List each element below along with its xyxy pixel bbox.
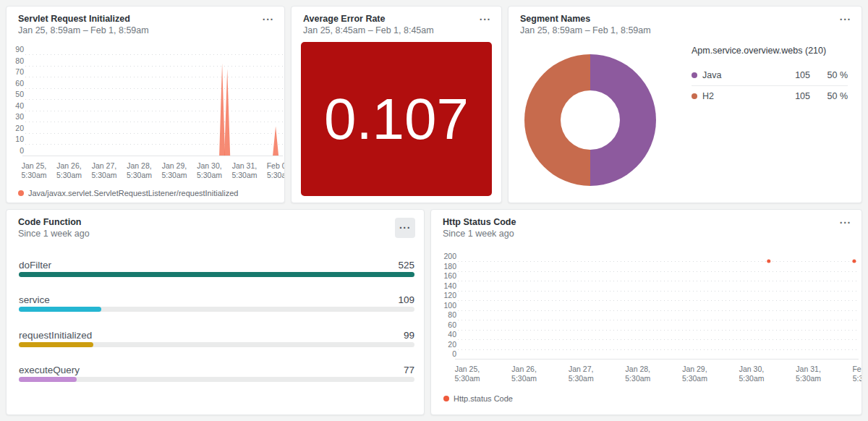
spike-data-point xyxy=(219,63,225,156)
panel-menu-icon[interactable]: ... xyxy=(480,11,491,22)
dashboard: Servlet Request Initialized Jan 25, 8:59… xyxy=(0,0,868,421)
y-axis-tick-label: 10 xyxy=(7,135,24,143)
y-axis-tick-label: 0 xyxy=(434,349,456,358)
bar-label: executeQuery xyxy=(19,364,80,377)
y-axis-tick-label: 140 xyxy=(434,281,456,290)
y-axis-tick-label: 180 xyxy=(434,262,456,271)
panel-segment-names: Segment Names Jan 25, 8:59am – Feb 1, 8:… xyxy=(508,6,862,203)
y-axis-tick-label: 20 xyxy=(7,124,24,132)
bar-fill xyxy=(19,342,93,347)
legend-dot-icon xyxy=(443,396,449,401)
y-axis-tick-label: 70 xyxy=(7,67,24,76)
panel-title: Http Status Code xyxy=(443,217,516,227)
panel-menu-button[interactable]: ... xyxy=(395,218,415,238)
panel-time-range: Jan 25, 8:59am – Feb 1, 8:59am xyxy=(18,25,149,35)
x-axis-tick-label: Jan 28,5:30am xyxy=(625,365,650,383)
scatter-chart[interactable] xyxy=(459,250,859,359)
panel-menu-icon: ... xyxy=(399,219,411,231)
legend-label: Http.status Code xyxy=(454,394,513,403)
scatter-data-point xyxy=(852,260,856,263)
panel-servlet-request-initialized: Servlet Request Initialized Jan 25, 8:59… xyxy=(6,6,285,203)
segment-row-h2[interactable]: H2 105 50 % xyxy=(692,85,848,106)
y-axis-tick-label: 120 xyxy=(434,291,456,299)
y-axis-tick-label: 0 xyxy=(7,146,24,155)
y-axis-tick-label: 80 xyxy=(7,56,24,65)
panel-time-range: Since 1 week ago xyxy=(18,229,90,239)
segment-name: H2 xyxy=(692,91,777,101)
x-axis-tick-label: Jan 29,5:30am xyxy=(161,161,187,180)
bar-row-service[interactable]: service 109 xyxy=(19,294,414,312)
panel-code-function: Code Function Since 1 week ago ... doFil… xyxy=(6,209,425,415)
bar-row-requestinitialized[interactable]: requestInitialized 99 xyxy=(19,329,414,347)
bar-track xyxy=(19,377,414,382)
bar-value: 525 xyxy=(398,259,414,272)
x-axis-line xyxy=(22,156,283,156)
segment-percent: 50 % xyxy=(810,91,848,101)
segment-table-header: Apm.service.overview.webs (210) xyxy=(692,46,848,56)
x-axis-tick-label: Jan 30,5:30am xyxy=(739,365,764,383)
area-chart[interactable] xyxy=(27,43,283,156)
panel-title: Servlet Request Initialized xyxy=(18,14,130,24)
error-rate-billboard[interactable]: 0.107 xyxy=(301,42,492,196)
bar-value: 109 xyxy=(398,294,414,307)
bar-track xyxy=(19,307,414,312)
y-axis-tick-label: 40 xyxy=(7,101,24,110)
panel-menu-icon[interactable]: ... xyxy=(840,11,851,22)
segment-dot-icon xyxy=(692,93,697,99)
x-axis-tick-label: Jan 29,5:30am xyxy=(682,365,707,383)
legend-dot-icon xyxy=(18,190,24,196)
bar-row-executequery[interactable]: executeQuery 77 xyxy=(19,364,414,382)
donut-hole xyxy=(561,90,620,150)
panel-title: Segment Names xyxy=(520,14,590,24)
series-legend[interactable]: Http.status Code xyxy=(443,394,513,403)
panel-http-status-code: Http Status Code Since 1 week ago ... Ht… xyxy=(430,209,862,415)
bar-label: requestInitialized xyxy=(19,329,92,342)
x-axis-tick-label: Jan 27,5:30am xyxy=(569,365,594,383)
bar-fill xyxy=(19,272,414,277)
panel-time-range: Jan 25, 8:45am – Feb 1, 8:45am xyxy=(303,25,434,35)
bar-value: 77 xyxy=(404,364,414,377)
y-axis-tick-label: 50 xyxy=(7,90,24,98)
y-axis-tick-label: 40 xyxy=(434,330,456,339)
y-axis-tick-label: 160 xyxy=(434,271,456,280)
x-axis-tick-label: Jan 26,5:30am xyxy=(56,161,82,180)
segment-dot-icon xyxy=(692,72,697,78)
panel-title: Average Error Rate xyxy=(303,14,385,24)
panel-menu-icon[interactable]: ... xyxy=(263,11,274,22)
x-axis-tick-label: Feb 01,5:30am xyxy=(852,365,862,383)
legend-label: Java/javax.servlet.ServletRequestListene… xyxy=(28,189,238,197)
y-axis-tick-label: 90 xyxy=(7,45,24,54)
segment-legend-table: Apm.service.overview.webs (210) Java 105… xyxy=(692,46,848,106)
segment-label: H2 xyxy=(702,91,714,101)
bar-track xyxy=(19,272,414,277)
x-axis-tick-label: Jan 27,5:30am xyxy=(91,161,116,180)
panel-time-range: Since 1 week ago xyxy=(443,229,514,239)
segment-row-java[interactable]: Java 105 50 % xyxy=(692,65,848,85)
panel-menu-icon[interactable]: ... xyxy=(840,214,851,226)
spike-data-point xyxy=(224,69,230,156)
bar-fill xyxy=(19,377,77,382)
panel-time-range: Jan 25, 8:59am – Feb 1, 8:59am xyxy=(520,25,651,35)
x-axis-tick-label: Jan 30,5:30am xyxy=(197,161,222,180)
segment-value: 105 xyxy=(777,91,810,101)
x-axis-tick-label: Feb 01,5:30am xyxy=(267,161,285,180)
x-axis-tick-label: Jan 25,5:30am xyxy=(454,365,480,383)
segment-percent: 50 % xyxy=(810,70,848,80)
segment-name: Java xyxy=(692,70,777,80)
x-axis-tick-label: Jan 31,5:30am xyxy=(231,161,257,180)
bar-track xyxy=(19,342,414,347)
x-axis-tick-label: Jan 26,5:30am xyxy=(511,365,537,383)
series-legend[interactable]: Java/javax.servlet.ServletRequestListene… xyxy=(18,189,238,197)
x-axis-tick-label: Jan 28,5:30am xyxy=(127,161,152,180)
segment-value: 105 xyxy=(777,70,810,80)
segment-label: Java xyxy=(702,70,721,80)
donut-chart[interactable] xyxy=(524,54,656,186)
y-axis-tick-label: 80 xyxy=(434,310,456,319)
x-axis-tick-label: Jan 31,5:30am xyxy=(796,365,821,383)
y-axis-tick-label: 20 xyxy=(434,340,456,349)
y-axis-tick-label: 30 xyxy=(7,112,24,121)
y-axis-tick-label: 200 xyxy=(434,252,456,260)
panel-title: Code Function xyxy=(18,217,82,227)
bar-row-dofilter[interactable]: doFilter 525 xyxy=(19,259,414,277)
y-axis-tick-label: 60 xyxy=(7,79,24,88)
